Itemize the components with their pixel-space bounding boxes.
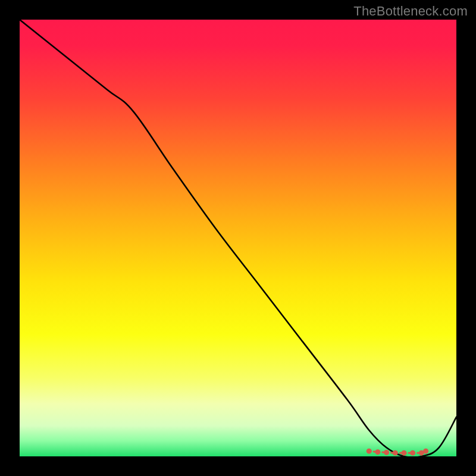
chart-curve-layer (20, 20, 456, 456)
optimal-marker (410, 450, 415, 456)
bottleneck-curve (20, 20, 456, 456)
optimal-marker (423, 449, 428, 454)
plot-area (20, 20, 456, 456)
optimal-marker (393, 450, 398, 456)
optimal-marker (375, 449, 380, 455)
watermark-text: TheBottleneck.com (353, 4, 468, 19)
optimal-marker (367, 449, 372, 454)
optimal-marker (401, 450, 406, 456)
chart-container: TheBottleneck.com (0, 0, 476, 476)
optimal-marker (384, 450, 389, 455)
